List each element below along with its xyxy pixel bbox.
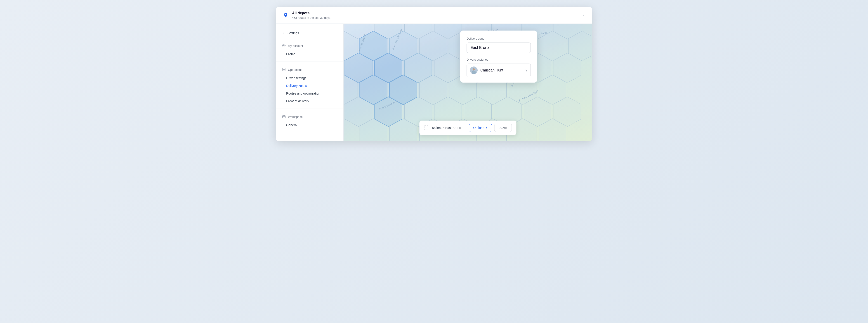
back-arrow-icon: ← — [282, 31, 286, 35]
workspace-label: Workspace — [288, 115, 303, 119]
back-label: Settings — [287, 31, 299, 35]
area-selection-icon — [424, 125, 428, 130]
sidebar: ← Settings My account Profile — [276, 24, 344, 141]
divider-2 — [276, 109, 343, 109]
drivers-label: Drivers assigned — [467, 58, 531, 61]
workspace-icon — [282, 115, 286, 119]
my-account-label: My account — [288, 44, 303, 48]
driver-avatar — [470, 66, 477, 74]
back-to-settings[interactable]: ← Settings — [276, 29, 343, 39]
options-button[interactable]: Options ∧ — [469, 124, 492, 132]
sidebar-item-proof-of-delivery[interactable]: Proof of delivery — [276, 97, 343, 105]
svg-rect-5 — [283, 116, 285, 118]
zone-dialog: Delivery zone Drivers assigned Christian — [460, 31, 537, 83]
sidebar-item-general[interactable]: General — [276, 121, 343, 129]
zone-name-input[interactable] — [467, 42, 531, 53]
driver-name: Christian Hunt — [480, 68, 522, 72]
top-bar-info: All depots 453 routes in the last 30 day… — [292, 11, 579, 20]
operations-section: Operations Driver settings Delivery zone… — [276, 64, 343, 107]
workspace-section: Workspace General — [276, 111, 343, 131]
sidebar-item-delivery-zones[interactable]: Delivery zones — [276, 82, 343, 90]
operations-icon — [282, 68, 286, 72]
operations-label: Operations — [288, 68, 303, 71]
location-pin-icon — [282, 11, 289, 19]
area-info: 58 km2 • East Bronx — [432, 126, 461, 129]
depot-title: All depots — [292, 11, 579, 16]
depot-subtitle: 453 routes in the last 30 days — [292, 16, 579, 20]
svg-point-63 — [473, 68, 475, 70]
map-area: Rua Dr. Gabriel R. Dr. Brasílio Mach. R.… — [344, 24, 592, 141]
my-account-section: My account Profile — [276, 39, 343, 60]
my-account-icon — [282, 43, 286, 48]
main-layout: ← Settings My account Profile — [276, 24, 592, 141]
driver-select[interactable]: Christian Hunt ∨ — [467, 64, 531, 77]
operations-header: Operations — [276, 65, 343, 74]
top-bar: All depots 453 routes in the last 30 day… — [276, 7, 592, 24]
sidebar-item-driver-settings[interactable]: Driver settings — [276, 74, 343, 82]
options-button-label: Options — [473, 126, 484, 129]
bottom-bar: 58 km2 • East Bronx Options ∧ Save — [419, 121, 516, 135]
save-button[interactable]: Save — [494, 124, 512, 132]
depot-chevron-icon[interactable] — [582, 13, 586, 17]
zone-label: Delivery zone — [467, 37, 531, 40]
sidebar-item-routes-optimization[interactable]: Routes and optimization — [276, 90, 343, 97]
app-container: All depots 453 routes in the last 30 day… — [276, 7, 592, 141]
workspace-header: Workspace — [276, 112, 343, 121]
driver-select-chevron-icon: ∨ — [525, 68, 527, 72]
my-account-header: My account — [276, 41, 343, 50]
svg-point-3 — [283, 44, 285, 46]
options-chevron-icon: ∧ — [486, 126, 488, 129]
sidebar-item-profile[interactable]: Profile — [276, 50, 343, 58]
svg-point-64 — [472, 71, 475, 74]
svg-point-1 — [285, 14, 286, 15]
bottom-bar-actions: Options ∧ Save — [469, 124, 512, 132]
divider-1 — [276, 61, 343, 62]
